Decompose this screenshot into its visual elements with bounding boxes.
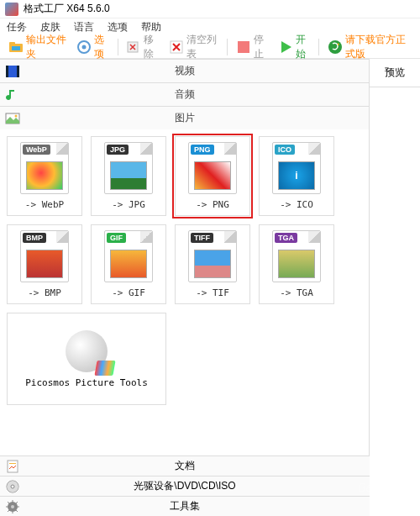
clear-list-button[interactable]: 清空列表 — [165, 31, 222, 63]
stop-button[interactable]: 停止 — [233, 31, 271, 63]
video-icon — [5, 64, 20, 79]
card-label: -> GIF — [112, 287, 145, 298]
svg-point-13 — [15, 114, 18, 117]
image-icon — [5, 111, 20, 126]
start-icon — [278, 39, 293, 55]
card-tga[interactable]: TGA -> TGA — [259, 224, 334, 304]
card-label: -> ICO — [280, 199, 313, 210]
card-label: -> WebP — [25, 199, 64, 210]
stop-icon — [236, 39, 251, 55]
card-png[interactable]: PNG -> PNG — [175, 136, 250, 216]
svg-rect-1 — [9, 42, 15, 45]
download-icon — [328, 39, 343, 55]
tool-icon — [5, 499, 20, 514]
card-jpg[interactable]: JPG -> JPG — [91, 136, 166, 216]
card-picosmos[interactable]: Picosmos Picture Tools — [7, 313, 166, 405]
svg-rect-2 — [12, 46, 20, 50]
card-gif[interactable]: GIF -> GIF — [91, 224, 166, 304]
svg-rect-7 — [238, 41, 249, 53]
remove-button[interactable]: 移除 — [123, 31, 161, 63]
options-icon — [76, 39, 92, 55]
card-webp[interactable]: WebP -> WebP — [7, 136, 82, 216]
category-video[interactable]: 视频 — [0, 59, 369, 82]
left-panel: 视频 音频 图片 WebP -> WebP JPG -> JPG PNG — [0, 59, 370, 513]
options-button[interactable]: 选项 — [73, 31, 112, 63]
svg-rect-11 — [17, 66, 19, 77]
category-audio[interactable]: 音频 — [0, 82, 369, 106]
picosmos-icon — [66, 330, 108, 372]
clear-icon — [169, 39, 184, 55]
svg-point-20 — [11, 505, 14, 508]
card-label: -> BMP — [28, 287, 61, 298]
doc-icon — [5, 459, 20, 474]
app-icon — [5, 3, 18, 16]
audio-icon — [5, 87, 20, 103]
download-official-button[interactable]: 请下载官方正式版 — [324, 31, 415, 63]
disc-icon — [5, 479, 20, 494]
remove-icon — [126, 39, 141, 55]
category-toolset[interactable]: 工具集 — [0, 496, 370, 516]
svg-point-8 — [328, 40, 342, 54]
category-image[interactable]: 图片 — [0, 106, 369, 129]
card-label: -> TIF — [196, 287, 229, 298]
card-tif[interactable]: TIFF -> TIF — [175, 224, 250, 304]
right-panel: 预览 — [370, 59, 420, 513]
category-doc[interactable]: 文档 — [0, 455, 370, 476]
folder-icon — [8, 39, 24, 55]
separator — [318, 39, 319, 55]
svg-rect-14 — [8, 461, 18, 472]
card-label: -> PNG — [196, 199, 229, 210]
svg-rect-10 — [6, 66, 8, 77]
start-button[interactable]: 开始 — [275, 31, 313, 63]
output-folder-button[interactable]: 输出文件夹 — [5, 31, 70, 63]
svg-point-4 — [82, 45, 87, 49]
svg-rect-15 — [9, 463, 16, 464]
card-label: -> JPG — [112, 199, 145, 210]
card-label: -> TGA — [280, 287, 313, 298]
category-disc[interactable]: 光驱设备\DVD\CD\ISO — [0, 476, 370, 496]
separator — [118, 39, 118, 55]
card-bmp[interactable]: BMP -> BMP — [7, 224, 82, 304]
toolbar: 输出文件夹 选项 移除 清空列表 停止 开始 请下载官方正式版 — [0, 35, 420, 59]
picosmos-label: Picosmos Picture Tools — [25, 377, 148, 388]
svg-point-18 — [11, 485, 14, 488]
card-ico[interactable]: ICOi -> ICO — [259, 136, 334, 216]
window-title: 格式工厂 X64 5.6.0 — [24, 2, 110, 16]
separator — [227, 39, 228, 55]
titlebar: 格式工厂 X64 5.6.0 — [0, 0, 420, 18]
preview-header[interactable]: 预览 — [370, 59, 420, 87]
